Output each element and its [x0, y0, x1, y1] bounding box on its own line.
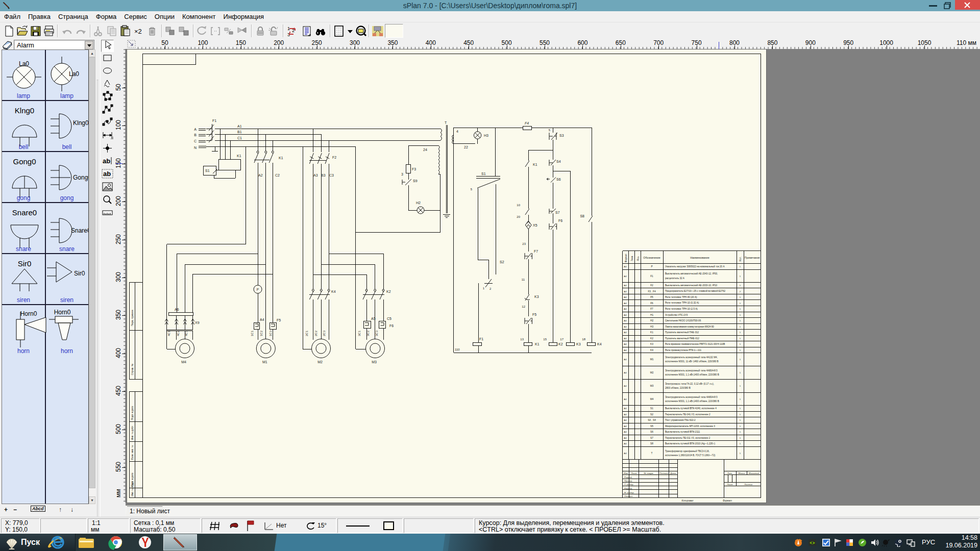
svg-text:F7: F7	[534, 249, 538, 253]
svg-text:3C1: 3C1	[358, 330, 361, 336]
svg-text:La0: La0	[19, 60, 29, 67]
svg-text:Лампа накаливания коммутаторна: Лампа накаливания коммутаторная КМ24-90	[665, 325, 714, 328]
svg-text:A4: A4	[260, 318, 264, 321]
svg-text:1: 1	[740, 343, 741, 345]
svg-text:Листов: Листов	[744, 483, 753, 486]
svg-text:K1: K1	[533, 163, 537, 166]
svg-text:А4: А4	[624, 319, 627, 322]
svg-text:S1: S1	[481, 172, 486, 176]
svg-text:1C1: 1C1	[251, 330, 254, 336]
svg-text:1: 1	[740, 398, 741, 400]
svg-text:1: 1	[740, 442, 741, 445]
svg-text:Выключатель путевой ВПК-2111: Выключатель путевой ВПК-2111	[665, 430, 700, 433]
svg-text:5: 5	[471, 188, 473, 191]
svg-text:Формат: Формат	[723, 499, 732, 502]
svg-text:A6: A6	[175, 308, 179, 311]
svg-text:K3: K3	[650, 343, 653, 345]
svg-text:Кол.: Кол.	[739, 257, 742, 261]
svg-text:La0: La0	[69, 70, 79, 78]
svg-text:Пост управления ПКе-622-2: Пост управления ПКе-622-2	[665, 419, 696, 421]
svg-text:Провер.: Провер.	[624, 480, 632, 482]
svg-text:Микропереключатель МП-1203, ис: Микропереключатель МП-1203, исполнение 3	[665, 425, 715, 428]
svg-text:17: 17	[560, 338, 564, 341]
svg-text:20: 20	[517, 215, 520, 218]
svg-text:Klng0: Klng0	[15, 106, 34, 115]
svg-text:А4: А4	[624, 308, 627, 310]
svg-text:А4: А4	[624, 349, 627, 352]
svg-text:S3: S3	[559, 134, 564, 137]
svg-text:Изм: Изм	[624, 472, 628, 474]
svg-text:4C3: 4C3	[185, 330, 188, 336]
svg-text:А4: А4	[624, 337, 627, 340]
svg-text:S7: S7	[555, 211, 560, 214]
svg-text:S1: S1	[650, 407, 653, 410]
svg-text:М4: М4	[181, 360, 186, 364]
svg-text:Инв. № дубл.: Инв. № дубл.	[131, 425, 134, 440]
svg-text:1: 1	[483, 287, 485, 290]
svg-text:А4: А4	[624, 385, 627, 387]
svg-text:Т: Т	[651, 452, 653, 455]
svg-text:А4: А4	[624, 358, 627, 361]
svg-text:Наименование: Наименование	[690, 256, 709, 259]
svg-text:S2: S2	[650, 413, 653, 416]
svg-text:S2: S2	[500, 260, 504, 264]
svg-text:N: N	[194, 146, 197, 149]
svg-text:S6: S6	[556, 178, 561, 181]
svg-text:Обозначение: Обозначение	[643, 256, 660, 259]
svg-text:F5: F5	[650, 296, 653, 298]
svg-text:Выключатель автоматический АЕ-: Выключатель автоматический АЕ-2033-10, I…	[665, 284, 718, 287]
svg-text:Пускатель магнитный ПАЕ-312: Пускатель магнитный ПАЕ-312	[665, 331, 699, 334]
svg-text:Н. контр.: Н. контр.	[624, 491, 634, 494]
svg-text:Реле промежуточное РПК-1—111: Реле промежуточное РПК-1—111	[665, 349, 701, 352]
svg-text:Формат: Формат	[625, 254, 627, 262]
svg-text:Переключатель ПЕ-041 У3, испол: Переключатель ПЕ-041 У3, исполнение 2	[665, 413, 710, 416]
svg-text:Выключатель автоматический АЕ-: Выключатель автоматический АЕ-2043-12, I…	[665, 272, 718, 275]
svg-text:Klng0: Klng0	[73, 119, 88, 127]
svg-text:Реле тепловое ТРН-10 (0,32 А): Реле тепловое ТРН-10 (0,32 А)	[665, 302, 699, 304]
svg-text:B3: B3	[321, 173, 326, 177]
svg-text:Электронасос типа ГА-22, 0,12: Электронасос типа ГА-22, 0,12 кВт (0,17 …	[665, 383, 714, 385]
svg-text:А4: А4	[624, 302, 627, 305]
svg-text:А4: А4	[624, 407, 627, 410]
svg-text:S6: S6	[650, 431, 653, 433]
svg-text:Устройство УПС-2У3: Устройство УПС-2У3	[665, 313, 688, 316]
svg-text:А4: А4	[624, 265, 627, 268]
svg-text:Переключатель ПЕ-011 У3, испол: Переключатель ПЕ-011 У3, исполнение 2	[665, 437, 710, 439]
svg-text:А4: А4	[624, 398, 627, 400]
svg-text:24: 24	[423, 148, 427, 152]
svg-text:А4: А4	[624, 325, 627, 328]
svg-text:K1: K1	[650, 331, 653, 334]
svg-text:K2: K2	[650, 337, 653, 340]
svg-text:H3: H3	[650, 325, 653, 328]
svg-text:C: C	[194, 139, 197, 143]
svg-text:Gong0: Gong0	[73, 174, 88, 181]
svg-text:3: 3	[401, 172, 403, 176]
svg-text:Sir0: Sir0	[18, 259, 32, 268]
svg-text:5: 5	[549, 129, 551, 132]
svg-text:1: 1	[740, 314, 741, 316]
svg-text:2800 об/мин, 220/380 В: 2800 об/мин, 220/380 В	[665, 387, 691, 389]
svg-text:F2: F2	[650, 284, 653, 287]
svg-text:Пускатель магнитный ПМЕ-012: Пускатель магнитный ПМЕ-012	[665, 337, 699, 340]
svg-text:Инв. № подл.: Инв. № подл.	[131, 482, 134, 496]
svg-text:A: A	[194, 128, 197, 131]
svg-text:Sir0: Sir0	[74, 270, 85, 277]
svg-text:Поз.: Поз.	[637, 256, 640, 261]
svg-text:H2: H2	[416, 201, 421, 205]
svg-text:А4: А4	[624, 314, 627, 316]
svg-text:Трансформатор однофазный ТБС3-: Трансформатор однофазный ТБС3-0,16,	[665, 449, 709, 453]
svg-text:А4: А4	[624, 419, 627, 421]
svg-text:S5: S5	[650, 425, 653, 428]
svg-text:А4: А4	[624, 290, 627, 293]
svg-text:F3 , F4: F3 , F4	[648, 290, 656, 293]
svg-text:1: 1	[740, 385, 741, 387]
svg-text:4C1: 4C1	[167, 330, 170, 336]
svg-text:исполнение М301, 1,1 кВт,1400: исполнение М301, 1,1 кВт,1400 об/мин, 22…	[665, 400, 719, 403]
svg-text:F1: F1	[479, 337, 483, 341]
svg-text:F7: F7	[650, 308, 653, 310]
svg-text:1: 1	[740, 425, 741, 428]
svg-text:1: 1	[740, 407, 741, 410]
svg-text:ab: ab	[103, 157, 110, 165]
svg-text:K1: K1	[237, 154, 241, 158]
svg-text:12: 12	[522, 305, 525, 308]
